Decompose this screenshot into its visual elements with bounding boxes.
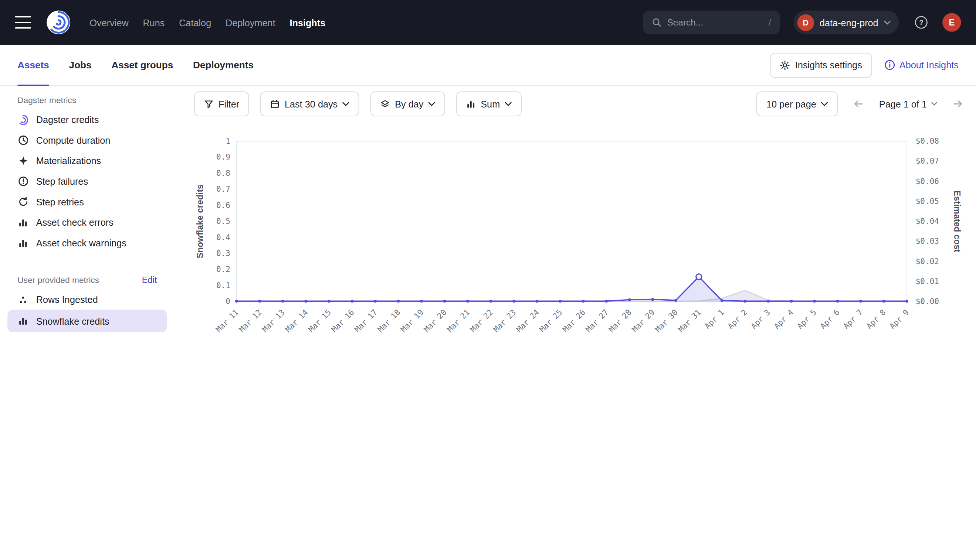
svg-text:Mar 27: Mar 27 [584,308,610,333]
arrow-left-icon [853,99,864,109]
svg-text:Apr 1: Apr 1 [703,308,726,331]
nav-item-overview[interactable]: Overview [89,17,128,28]
svg-text:Mar 17: Mar 17 [353,308,379,333]
svg-text:Mar 11: Mar 11 [214,308,240,333]
svg-text:Mar 22: Mar 22 [468,308,494,333]
metrics-sidebar: Dagster metrics Dagster credits [0,86,174,333]
svg-text:0.1: 0.1 [216,281,230,290]
svg-text:$0.01: $0.01 [916,277,939,286]
svg-text:Mar 21: Mar 21 [445,308,471,333]
sidebar-item-step-retries[interactable]: Step retries [0,192,174,212]
gear-icon [780,60,790,70]
about-insights-link[interactable]: About Insights [884,60,958,70]
next-page-button[interactable] [948,93,969,115]
dagster-logo-icon[interactable] [46,10,71,35]
svg-text:$0.07: $0.07 [916,156,939,165]
layers-icon [380,99,389,108]
svg-text:0.6: 0.6 [216,201,230,210]
per-page-dropdown[interactable]: 10 per page [756,91,838,116]
svg-text:Apr 4: Apr 4 [772,308,795,331]
date-range-dropdown[interactable]: Last 30 days [260,91,359,116]
svg-text:Mar 30: Mar 30 [653,308,680,333]
insights-tab-bar: Assets Jobs Asset groups Deployments Ins… [0,45,976,86]
svg-text:$0.08: $0.08 [916,136,939,145]
sidebar-item-asset-check-errors[interactable]: Asset check errors [0,212,174,233]
svg-text:Mar 28: Mar 28 [607,308,633,333]
help-icon[interactable]: ? [914,15,929,30]
calendar-icon [270,99,279,108]
top-navigation-bar: Overview Runs Catalog Deployment Insight… [0,0,976,45]
group-by-dropdown[interactable]: By day [371,91,445,116]
sidebar-item-compute-duration[interactable]: Compute duration [0,130,174,151]
dagster-metrics-heading: Dagster metrics [0,91,174,110]
svg-text:0.3: 0.3 [216,248,230,258]
svg-text:Mar 13: Mar 13 [260,308,286,333]
nav-item-deployment[interactable]: Deployment [226,17,276,28]
svg-text:Mar 26: Mar 26 [561,308,587,333]
filter-button[interactable]: Filter [194,91,249,116]
dagster-swirl-icon [17,114,28,125]
svg-text:0.9: 0.9 [216,152,230,162]
aggregation-dropdown[interactable]: Sum [456,91,522,116]
svg-text:0.8: 0.8 [216,168,230,178]
search-placeholder: Search... [667,17,704,27]
svg-text:Apr 6: Apr 6 [818,308,841,331]
svg-text:Mar 18: Mar 18 [376,308,402,333]
org-switcher[interactable]: D data-eng-prod [793,11,899,34]
primary-nav: Overview Runs Catalog Deployment Insight… [89,17,325,28]
user-avatar[interactable]: E [943,13,961,32]
chevron-down-icon [428,102,436,106]
chevron-down-icon [821,102,828,106]
nav-item-insights[interactable]: Insights [289,17,325,28]
menu-icon[interactable] [15,16,31,29]
clock-icon [17,135,28,146]
svg-text:Mar 20: Mar 20 [422,308,448,333]
app-window: Overview Runs Catalog Deployment Insight… [0,0,976,333]
previous-page-button[interactable] [848,93,869,115]
tab-asset-groups[interactable]: Asset groups [111,45,173,85]
edit-metrics-link[interactable]: Edit [142,275,157,285]
svg-text:$0.00: $0.00 [916,297,939,306]
svg-text:Mar 29: Mar 29 [630,308,656,333]
svg-text:Mar 31: Mar 31 [676,308,702,333]
bar-chart-icon [17,217,28,228]
nav-item-runs[interactable]: Runs [143,17,164,28]
insights-settings-button[interactable]: Insights settings [770,52,872,77]
tab-jobs[interactable]: Jobs [69,45,92,85]
info-icon [884,60,895,70]
error-circle-icon [17,176,28,187]
svg-text:Mar 19: Mar 19 [399,308,425,333]
svg-text:Mar 24: Mar 24 [515,308,541,333]
svg-text:Apr 5: Apr 5 [795,308,818,331]
svg-text:$0.02: $0.02 [916,257,939,266]
sidebar-item-execution-duration[interactable]: Execution Duration [0,332,174,333]
sidebar-item-dagster-credits[interactable]: Dagster credits [0,109,174,130]
chevron-down-icon [884,20,891,25]
arrow-right-icon [953,99,963,109]
svg-text:Mar 25: Mar 25 [538,308,564,333]
page-indicator-dropdown[interactable]: Page 1 of 1 [879,98,938,109]
svg-text:Apr 8: Apr 8 [864,308,887,331]
sidebar-item-asset-check-warnings[interactable]: Asset check warnings [0,233,174,253]
tab-assets[interactable]: Assets [17,45,49,85]
svg-text:0.2: 0.2 [216,265,230,274]
search-icon [652,17,662,27]
sidebar-item-rows-ingested[interactable]: Rows Ingested [0,289,174,310]
svg-text:$0.06: $0.06 [916,177,939,186]
svg-text:0.4: 0.4 [216,233,230,242]
search-shortcut-hint: / [769,17,771,27]
nav-item-catalog[interactable]: Catalog [179,17,211,28]
bar-chart-icon [17,237,28,248]
svg-text:Mar 14: Mar 14 [283,308,309,333]
tab-deployments[interactable]: Deployments [193,45,254,85]
snowflake-credits-chart: 10.90.80.70.60.50.40.30.20.10$0.08$0.07$… [184,130,968,333]
svg-text:$0.04: $0.04 [916,217,939,226]
sidebar-item-snowflake-credits[interactable]: Snowflake credits [7,310,167,332]
svg-text:Snowflake credits: Snowflake credits [195,184,205,258]
svg-text:$0.03: $0.03 [916,237,939,246]
sidebar-item-step-failures[interactable]: Step failures [0,171,174,192]
sidebar-item-materializations[interactable]: Materializations [0,150,174,171]
svg-text:Mar 15: Mar 15 [306,308,333,333]
svg-text:1: 1 [226,136,230,145]
search-input[interactable]: Search... / [643,11,780,34]
